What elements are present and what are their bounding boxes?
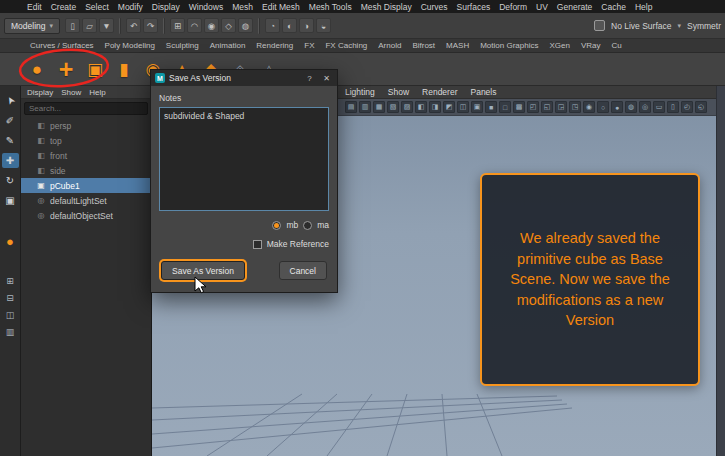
rotate-tool-icon[interactable]: ↻ — [2, 173, 19, 188]
viewport-toolbar-icon[interactable]: ▦ — [373, 101, 385, 113]
separator[interactable] — [258, 18, 260, 34]
menu-item[interactable]: Mesh Display — [361, 2, 412, 12]
shelf-tab[interactable]: Rendering — [256, 41, 293, 50]
outliner-menu-item[interactable]: Help — [89, 88, 105, 97]
layout-outliner-icon[interactable]: ▥ — [2, 326, 19, 338]
menu-item[interactable]: Modify — [118, 2, 143, 12]
save-as-version-button[interactable]: Save As Version — [161, 261, 245, 280]
snap-point-icon[interactable]: ◉ — [204, 18, 219, 33]
notes-input[interactable]: subdivided & Shaped — [159, 107, 329, 211]
viewport-toolbar-icon[interactable]: ◰ — [527, 101, 539, 113]
viewport-toolbar-icon[interactable]: ◨ — [429, 101, 441, 113]
right-panel-strip[interactable] — [716, 86, 725, 456]
viewport-toolbar-icon[interactable]: ◉ — [583, 101, 595, 113]
separator[interactable] — [163, 18, 165, 34]
outliner-menu-item[interactable]: Display — [27, 88, 53, 97]
add-icon[interactable]: + — [55, 57, 77, 81]
layout-four-pane-icon[interactable]: ⊟ — [2, 292, 19, 304]
menu-item[interactable]: Windows — [189, 2, 223, 12]
shelf-tab[interactable]: Motion Graphics — [480, 41, 538, 50]
viewport-toolbar-icon[interactable]: ◩ — [443, 101, 455, 113]
snap-grid-icon[interactable]: ⊞ — [170, 18, 185, 33]
redo-icon[interactable]: ↷ — [143, 18, 158, 33]
menu-item[interactable]: Cache — [601, 2, 626, 12]
make-live-icon[interactable]: ◍ — [238, 18, 253, 33]
viewport-toolbar-icon[interactable]: ○ — [597, 101, 609, 113]
menu-item[interactable]: Mesh — [232, 2, 253, 12]
make-reference-checkbox[interactable] — [253, 240, 262, 249]
menu-item[interactable]: Mesh Tools — [309, 2, 352, 12]
paint-select-tool-icon[interactable]: ✎ — [2, 133, 19, 148]
live-surface-dropdown[interactable]: No Live Surface — [611, 21, 671, 31]
shelf-tab[interactable]: FX — [304, 41, 314, 50]
shelf-tab[interactable]: Animation — [210, 41, 246, 50]
panel-menu-item[interactable]: Renderer — [422, 87, 457, 97]
outliner-row[interactable]: ◎ defaultObjectSet — [21, 208, 151, 223]
dialog-title-bar[interactable]: M Save As Version ? ✕ — [151, 70, 337, 86]
separator[interactable] — [119, 18, 121, 34]
render-settings-icon[interactable]: ◒ — [316, 18, 331, 33]
outliner-row[interactable]: ▣ pCube1 — [21, 178, 151, 193]
shelf-tab[interactable]: Cu — [611, 41, 621, 50]
viewport-toolbar-icon[interactable]: ◱ — [541, 101, 553, 113]
shelf-tab[interactable]: Curves / Surfaces — [30, 41, 94, 50]
open-scene-icon[interactable]: ▱ — [82, 18, 97, 33]
viewport-toolbar-icon[interactable]: ◴ — [681, 101, 693, 113]
undo-icon[interactable]: ↶ — [126, 18, 141, 33]
select-tool-icon[interactable]: ➤ — [0, 89, 21, 111]
viewport-toolbar-icon[interactable]: ▨ — [401, 101, 413, 113]
viewport-toolbar-icon[interactable]: ◍ — [625, 101, 637, 113]
viewport-toolbar-icon[interactable]: ▤ — [345, 101, 357, 113]
shelf-tab[interactable]: Bifrost — [412, 41, 435, 50]
snap-curve-icon[interactable]: ◠ — [187, 18, 202, 33]
lasso-tool-icon[interactable]: ✐ — [2, 113, 19, 128]
shelf-tab[interactable]: Arnold — [378, 41, 401, 50]
layout-single-pane-icon[interactable]: ⊞ — [2, 275, 19, 287]
viewport-toolbar-icon[interactable]: ◲ — [555, 101, 567, 113]
viewport-toolbar-icon[interactable]: ◎ — [639, 101, 651, 113]
viewport-toolbar-icon[interactable]: ▭ — [653, 101, 665, 113]
menu-item[interactable]: Display — [152, 2, 180, 12]
menu-item[interactable]: Deform — [499, 2, 527, 12]
shelf-tab[interactable]: MASH — [446, 41, 469, 50]
menu-item[interactable]: Help — [635, 2, 652, 12]
new-scene-icon[interactable]: ▯ — [65, 18, 80, 33]
snap-view-plane-icon[interactable]: ◇ — [221, 18, 236, 33]
menu-item[interactable]: Edit — [27, 2, 42, 12]
shelf-tab[interactable]: FX Caching — [325, 41, 367, 50]
viewport-toolbar-icon[interactable]: ◫ — [457, 101, 469, 113]
shelf-tab[interactable]: Sculpting — [166, 41, 199, 50]
menu-item[interactable]: UV — [536, 2, 548, 12]
outliner-row[interactable]: ◧ side — [21, 163, 151, 178]
move-tool-icon[interactable]: ✚ — [2, 153, 19, 168]
menu-set-dropdown[interactable]: Modeling ▾ — [4, 18, 60, 34]
viewport-toolbar-icon[interactable]: ▥ — [359, 101, 371, 113]
outliner-row[interactable]: ◧ persp — [21, 118, 151, 133]
separator[interactable] — [2, 213, 19, 229]
poly-cylinder-icon[interactable]: ▮ — [113, 57, 135, 81]
panel-menu-item[interactable]: Panels — [470, 87, 496, 97]
search-input[interactable] — [25, 104, 147, 113]
menu-item[interactable]: Select — [85, 2, 109, 12]
shelf-tab[interactable]: XGen — [549, 41, 569, 50]
mb-radio[interactable] — [272, 221, 281, 230]
viewport-toolbar-icon[interactable]: ◳ — [569, 101, 581, 113]
panel-menu-item[interactable]: Show — [388, 87, 409, 97]
viewport-toolbar-icon[interactable]: ▣ — [471, 101, 483, 113]
symmetry-dropdown[interactable]: Symmetr — [687, 21, 721, 31]
panel-menu-item[interactable]: Lighting — [345, 87, 375, 97]
outliner-menu-item[interactable]: Show — [61, 88, 81, 97]
outliner-row[interactable]: ◧ top — [21, 133, 151, 148]
viewport-toolbar-icon[interactable]: ▧ — [387, 101, 399, 113]
help-button[interactable]: ? — [303, 72, 316, 84]
viewport-toolbar-icon[interactable]: ● — [611, 101, 623, 113]
cancel-button[interactable]: Cancel — [279, 261, 327, 280]
render-icon[interactable]: ◐ — [282, 18, 297, 33]
menu-item[interactable]: Generate — [557, 2, 592, 12]
poly-sphere-icon[interactable]: ● — [26, 57, 48, 81]
close-button[interactable]: ✕ — [320, 72, 333, 84]
outliner-row[interactable]: ◧ front — [21, 148, 151, 163]
ipr-render-icon[interactable]: ◑ — [299, 18, 314, 33]
construction-history-icon[interactable]: ◔ — [265, 18, 280, 33]
layout-split-pane-icon[interactable]: ◫ — [2, 309, 19, 321]
